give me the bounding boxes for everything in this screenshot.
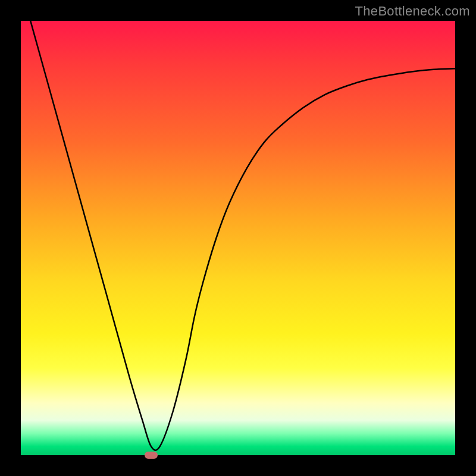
curve-svg xyxy=(21,21,455,455)
optimal-point-marker xyxy=(145,452,158,459)
watermark-text: TheBottleneck.com xyxy=(355,4,470,19)
plot-area xyxy=(21,21,455,455)
chart-frame: TheBottleneck.com xyxy=(0,0,476,476)
bottleneck-curve-path xyxy=(21,21,455,450)
